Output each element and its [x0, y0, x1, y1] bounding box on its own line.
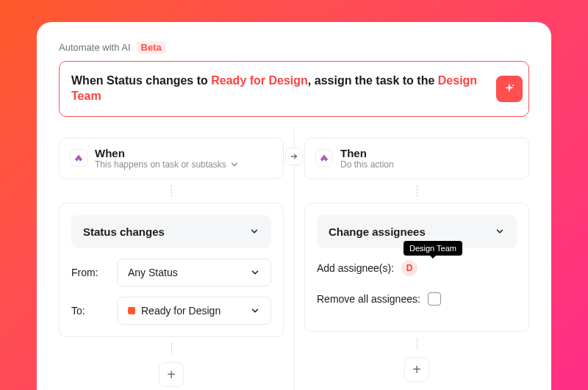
- then-header-card[interactable]: Then Do this action: [304, 137, 529, 179]
- assignee-initial: D: [406, 263, 413, 273]
- connector-line: [417, 185, 417, 197]
- from-status-value: Any Status: [128, 267, 178, 278]
- when-column: When This happens on task or subtasks St…: [59, 137, 284, 387]
- remove-assignees-label: Remove all assignees:: [317, 293, 420, 305]
- chevron-down-icon: [495, 226, 505, 236]
- beta-badge: Beta: [137, 41, 166, 54]
- ai-generate-button[interactable]: [496, 76, 523, 102]
- column-divider: [294, 130, 295, 390]
- add-assignee-label: Add assignee(s):: [317, 262, 394, 274]
- from-label: From:: [71, 267, 107, 278]
- connector-line: [171, 343, 172, 355]
- chevron-down-icon: [250, 306, 260, 316]
- action-label: Change assignees: [329, 225, 426, 238]
- ai-prompt-input[interactable]: When Status changes to Ready for Design,…: [59, 61, 529, 117]
- when-header-card[interactable]: When This happens on task or subtasks: [59, 137, 284, 179]
- then-title: Then: [340, 147, 394, 159]
- status-color-swatch: [128, 307, 135, 314]
- columns: When This happens on task or subtasks St…: [59, 137, 529, 387]
- chevron-down-icon: [229, 159, 240, 170]
- connector-line: [417, 338, 417, 350]
- plus-icon: +: [167, 367, 176, 382]
- add-trigger-button[interactable]: +: [159, 362, 184, 387]
- chevron-down-icon: [250, 267, 260, 278]
- clickup-logo-icon: [70, 149, 87, 167]
- connector-line: [171, 185, 172, 197]
- ai-header-label: Automate with AI: [59, 42, 131, 53]
- assignee-chip[interactable]: D: [401, 260, 417, 276]
- to-status-select[interactable]: Ready for Design: [117, 297, 271, 325]
- then-column: Then Do this action Change assignees Add…: [304, 137, 529, 387]
- when-title: When: [95, 147, 240, 159]
- prompt-text-2: , assign the task to the: [308, 74, 438, 87]
- trigger-label: Status changes: [83, 225, 165, 238]
- remove-assignees-checkbox[interactable]: [428, 292, 441, 306]
- panel: Automate with AI Beta When Status change…: [37, 22, 551, 390]
- ai-header: Automate with AI Beta: [59, 41, 529, 54]
- clickup-logo-icon: [315, 149, 333, 167]
- chevron-down-icon: [249, 226, 259, 236]
- plus-icon: +: [412, 362, 421, 377]
- when-subtitle: This happens on task or subtasks: [95, 159, 226, 170]
- when-trigger-card: Status changes From: Any Status To:: [59, 203, 284, 337]
- from-status-select[interactable]: Any Status: [117, 259, 271, 286]
- trigger-select[interactable]: Status changes: [71, 215, 271, 248]
- arrow-between-icon: [285, 148, 303, 165]
- prompt-highlight-status: Ready for Design: [211, 74, 308, 87]
- prompt-text-1: When Status changes to: [71, 74, 211, 87]
- add-action-button[interactable]: +: [404, 357, 429, 382]
- then-subtitle: Do this action: [340, 159, 394, 170]
- then-action-card: Change assignees Add assignee(s): D Desi…: [304, 203, 529, 332]
- assignee-tooltip: Design Team: [404, 241, 462, 256]
- sparkle-icon: [503, 82, 516, 95]
- to-status-value: Ready for Design: [141, 305, 220, 317]
- to-label: To:: [71, 305, 107, 317]
